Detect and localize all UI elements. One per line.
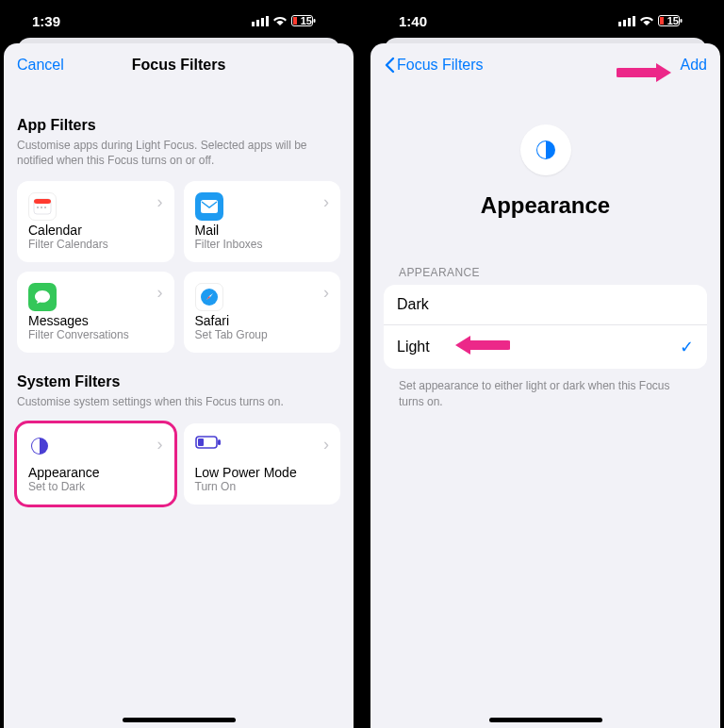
- hero: Appearance: [384, 87, 707, 247]
- status-icons: 15: [618, 15, 698, 26]
- svg-rect-8: [34, 199, 51, 204]
- status-bar: 1:39 15: [0, 0, 357, 41]
- content: Appearance APPEARANCE Dark Light ✓ Set a…: [370, 87, 720, 728]
- status-battery: 15: [667, 15, 679, 26]
- svg-rect-17: [218, 439, 221, 445]
- sheet: Cancel Focus Filters App Filters Customi…: [4, 43, 354, 728]
- chevron-right-icon: ›: [323, 192, 329, 212]
- svg-rect-3: [266, 16, 269, 26]
- row-label: Dark: [397, 296, 429, 313]
- annotation-arrow-light: [453, 333, 510, 357]
- card-sub: Filter Inboxes: [195, 238, 330, 251]
- svg-rect-0: [252, 22, 255, 26]
- row-light[interactable]: Light ✓: [384, 324, 707, 369]
- chevron-right-icon: ›: [157, 192, 163, 212]
- filter-card-appearance[interactable]: › Appearance Set to Dark: [17, 423, 174, 505]
- check-icon: ✓: [680, 337, 694, 357]
- sheet: Focus Filters Add Appearance APPEARANCE …: [370, 43, 720, 728]
- row-dark[interactable]: Dark: [384, 285, 707, 324]
- svg-rect-1: [256, 20, 259, 26]
- svg-rect-6: [313, 19, 315, 23]
- status-icons: 15: [252, 15, 331, 26]
- appearance-icon: [520, 124, 571, 175]
- navbar: Focus Filters Add: [370, 43, 720, 87]
- card-sub: Set Tab Group: [195, 328, 330, 341]
- phone-right: 1:40 15 Focus Filters Add Appeara: [367, 0, 724, 728]
- row-label: Light: [397, 339, 430, 356]
- filter-card-mail[interactable]: › Mail Filter Inboxes: [184, 181, 341, 262]
- phone-left: 1:39 15 Cancel Focus Filters App Filters…: [0, 0, 357, 728]
- status-time: 1:40: [399, 13, 427, 29]
- chevron-right-icon: ›: [323, 435, 329, 455]
- svg-rect-12: [201, 200, 218, 213]
- calendar-icon: [28, 192, 57, 221]
- section-title-system: System Filters: [17, 373, 340, 390]
- svg-rect-24: [680, 19, 682, 23]
- svg-rect-18: [618, 22, 621, 26]
- svg-rect-19: [623, 20, 626, 26]
- hero-title: Appearance: [481, 192, 610, 219]
- appearance-icon: [28, 435, 51, 461]
- add-button[interactable]: Add: [681, 57, 707, 74]
- back-button[interactable]: Focus Filters: [384, 57, 484, 74]
- chevron-right-icon: ›: [323, 283, 329, 303]
- card-sub: Filter Conversations: [28, 328, 163, 341]
- status-bar: 1:40 15: [367, 0, 724, 41]
- footer-note: Set appearance to either light or dark w…: [399, 378, 692, 410]
- svg-rect-5: [293, 17, 297, 25]
- section-sub-app: Customise apps during Light Focus. Selec…: [17, 138, 340, 168]
- chevron-right-icon: ›: [157, 283, 163, 303]
- chevron-right-icon: ›: [157, 435, 163, 455]
- battery-icon: [195, 435, 222, 454]
- filter-card-messages[interactable]: › Messages Filter Conversations: [17, 272, 174, 353]
- svg-rect-21: [633, 16, 635, 26]
- card-sub: Filter Calendars: [28, 238, 163, 251]
- card-sub: Turn On: [195, 480, 330, 493]
- svg-rect-20: [628, 18, 631, 26]
- home-indicator[interactable]: [489, 718, 602, 722]
- home-indicator[interactable]: [123, 718, 236, 722]
- appearance-list: Dark Light ✓: [384, 285, 707, 369]
- svg-rect-23: [660, 17, 664, 25]
- chevron-left-icon: [384, 57, 395, 74]
- system-filters-grid: › Appearance Set to Dark ›: [17, 423, 340, 505]
- section-sub-system: Customise system settings when this Focu…: [17, 394, 340, 409]
- svg-rect-2: [261, 18, 264, 26]
- card-title: Messages: [28, 313, 163, 328]
- messages-icon: [28, 283, 57, 311]
- mail-icon: [195, 192, 223, 221]
- page-title: Focus Filters: [4, 57, 354, 74]
- svg-rect-10: [41, 207, 42, 208]
- back-label: Focus Filters: [397, 57, 484, 74]
- card-title: Appearance: [28, 465, 163, 480]
- app-filters-grid: › Calendar Filter Calendars ›: [17, 181, 340, 353]
- section-title-app: App Filters: [17, 117, 340, 134]
- card-title: Low Power Mode: [195, 465, 330, 480]
- card-title: Calendar: [28, 223, 163, 238]
- svg-rect-16: [198, 438, 204, 446]
- filter-card-calendar[interactable]: › Calendar Filter Calendars: [17, 181, 174, 262]
- list-header: APPEARANCE: [399, 266, 707, 279]
- filter-card-safari[interactable]: › Safari Set Tab Group: [184, 272, 341, 353]
- status-battery: 15: [301, 15, 312, 26]
- status-time: 1:39: [32, 13, 60, 29]
- card-title: Mail: [195, 223, 330, 238]
- content: App Filters Customise apps during Light …: [4, 87, 354, 728]
- svg-rect-11: [44, 207, 46, 208]
- navbar: Cancel Focus Filters: [4, 43, 354, 87]
- svg-rect-9: [37, 207, 39, 208]
- filter-card-lowpower[interactable]: › Low Power Mode Turn On: [184, 423, 341, 505]
- card-title: Safari: [195, 313, 330, 328]
- card-sub: Set to Dark: [28, 480, 163, 493]
- safari-icon: [195, 283, 223, 311]
